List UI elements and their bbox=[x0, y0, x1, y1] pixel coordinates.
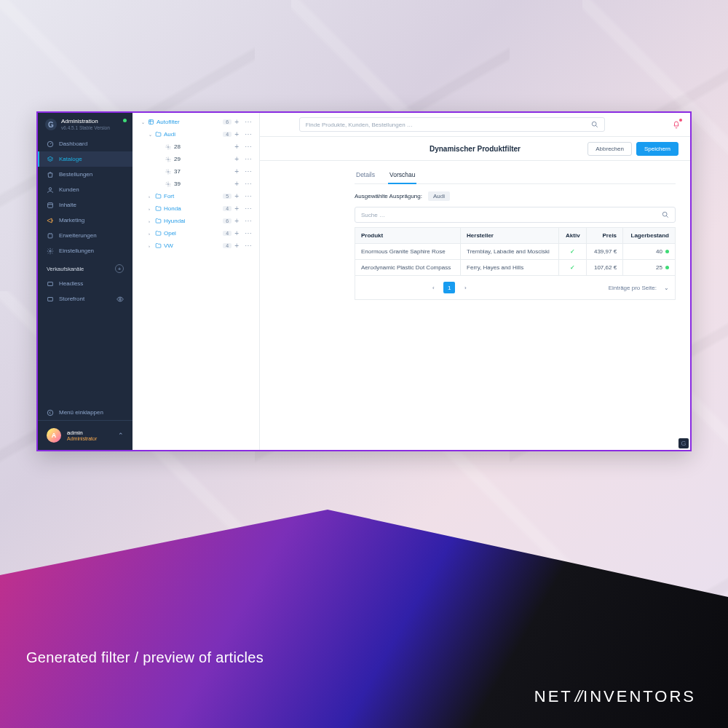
plugin-icon bbox=[47, 232, 54, 240]
tab-details[interactable]: Details bbox=[355, 167, 376, 183]
tree-node[interactable]: 29+⋯ bbox=[132, 153, 259, 165]
sidebar: G Administration v6.4.5.1 Stable Version… bbox=[38, 113, 132, 450]
page-current[interactable]: 1 bbox=[443, 282, 455, 293]
tree-node[interactable]: ›Opel4+⋯ bbox=[132, 227, 259, 240]
tree-node[interactable]: 39+⋯ bbox=[132, 178, 259, 190]
more-options-button[interactable]: ⋯ bbox=[242, 230, 255, 237]
svg-point-11 bbox=[167, 159, 169, 160]
cell-stock: 40 bbox=[623, 244, 676, 260]
collapse-icon bbox=[47, 409, 54, 416]
tree-node[interactable]: ›VW4+⋯ bbox=[132, 240, 259, 252]
tree-node[interactable]: ›Hyundai6+⋯ bbox=[132, 215, 259, 227]
add-child-button[interactable]: + bbox=[232, 143, 242, 151]
collapse-menu-button[interactable]: Menü einklappen bbox=[38, 405, 132, 420]
nav-marketing[interactable]: Marketing bbox=[38, 213, 132, 228]
storefront-icon bbox=[47, 296, 54, 303]
megaphone-icon bbox=[47, 217, 54, 224]
caret-icon: › bbox=[149, 194, 154, 199]
user-menu[interactable]: A admin Administrator ⌃ bbox=[38, 420, 132, 450]
cancel-button[interactable]: Abbrechen bbox=[587, 142, 632, 156]
tree-node-label: Hyundai bbox=[162, 218, 220, 224]
col-manufacturer[interactable]: Hersteller bbox=[461, 228, 559, 244]
notifications-icon[interactable] bbox=[671, 119, 681, 130]
add-channel-button[interactable]: + bbox=[115, 264, 124, 273]
table-row[interactable]: Aerodynamic Plastic Dot CompassFerry, Ha… bbox=[355, 260, 676, 276]
tree-node-label: Fort bbox=[162, 193, 220, 199]
add-child-button[interactable]: + bbox=[232, 181, 242, 188]
pagination: ‹ 1 › Einträge pro Seite: ⌄ bbox=[355, 276, 676, 300]
topbar: Finde Produkte, Kunden, Bestellungen … bbox=[260, 113, 690, 136]
tree-node[interactable]: ⌄Autofilter6+⋯ bbox=[132, 116, 259, 128]
page-next[interactable]: › bbox=[459, 282, 471, 293]
nav-content[interactable]: Inhalte bbox=[38, 197, 132, 213]
add-child-button[interactable]: + bbox=[232, 242, 242, 250]
stock-status-icon bbox=[665, 266, 669, 269]
more-options-button[interactable]: ⋯ bbox=[242, 193, 255, 200]
add-child-button[interactable]: + bbox=[232, 156, 242, 163]
tree-node[interactable]: ›Fort5+⋯ bbox=[132, 190, 259, 202]
eye-icon[interactable] bbox=[116, 296, 124, 303]
svg-rect-3 bbox=[48, 234, 52, 238]
nav-catalogs[interactable]: Kataloge bbox=[38, 151, 132, 167]
add-child-button[interactable]: + bbox=[232, 193, 242, 200]
gear-icon bbox=[47, 248, 54, 255]
tree-node[interactable]: 28+⋯ bbox=[132, 141, 259, 153]
nav-extensions[interactable]: Erweiterungen bbox=[38, 228, 132, 243]
nav-dashboard[interactable]: Dashboard bbox=[38, 136, 132, 151]
table-search-input[interactable]: Suche … bbox=[355, 207, 676, 223]
more-options-button[interactable]: ⋯ bbox=[242, 131, 255, 138]
add-child-button[interactable]: + bbox=[232, 218, 242, 225]
gear-icon bbox=[165, 181, 172, 187]
gear-icon bbox=[165, 157, 172, 162]
add-child-button[interactable]: + bbox=[232, 205, 242, 213]
col-active[interactable]: Aktiv bbox=[559, 228, 587, 244]
more-options-button[interactable]: ⋯ bbox=[242, 242, 255, 250]
gear-icon bbox=[165, 144, 172, 150]
app-version: v6.4.5.1 Stable Version bbox=[61, 125, 110, 130]
col-price[interactable]: Preis bbox=[587, 228, 623, 244]
more-options-button[interactable]: ⋯ bbox=[242, 218, 255, 225]
col-product[interactable]: Produkt bbox=[355, 228, 461, 244]
table-row[interactable]: Enormous Granite Saphire RoseTremblay, L… bbox=[355, 244, 676, 260]
col-stock[interactable]: Lagerbestand bbox=[623, 228, 676, 244]
tree-node[interactable]: 37+⋯ bbox=[132, 165, 259, 178]
add-child-button[interactable]: + bbox=[232, 168, 242, 175]
count-badge: 6 bbox=[223, 119, 232, 124]
nav-orders[interactable]: Bestellungen bbox=[38, 167, 132, 182]
tree-node[interactable]: ⌄Audi4+⋯ bbox=[132, 128, 259, 141]
save-button[interactable]: Speichern bbox=[636, 142, 678, 156]
more-options-button[interactable]: ⋯ bbox=[242, 205, 255, 213]
more-options-button[interactable]: ⋯ bbox=[242, 156, 255, 163]
add-child-button[interactable]: + bbox=[232, 119, 242, 126]
corner-badge-icon: G bbox=[678, 438, 689, 448]
tree-node-label: 28 bbox=[172, 143, 232, 150]
more-options-button[interactable]: ⋯ bbox=[242, 168, 255, 175]
cell-product: Aerodynamic Plastic Dot Compass bbox=[355, 260, 461, 276]
tab-preview[interactable]: Vorschau bbox=[388, 167, 416, 184]
more-options-button[interactable]: ⋯ bbox=[242, 119, 255, 126]
caret-icon: › bbox=[149, 207, 154, 211]
tree-node[interactable]: ›Honda4+⋯ bbox=[132, 202, 259, 215]
global-search-input[interactable]: Finde Produkte, Kunden, Bestellungen … bbox=[299, 117, 605, 132]
check-icon: ✓ bbox=[570, 248, 575, 255]
channel-storefront[interactable]: Storefront bbox=[38, 291, 132, 306]
page-prev[interactable]: ‹ bbox=[427, 282, 439, 293]
more-options-button[interactable]: ⋯ bbox=[242, 181, 255, 188]
add-child-button[interactable]: + bbox=[232, 131, 242, 138]
count-badge: 4 bbox=[223, 243, 232, 248]
svg-point-13 bbox=[167, 183, 169, 185]
nav-customers[interactable]: Kunden bbox=[38, 182, 132, 197]
cell-active: ✓ bbox=[559, 244, 587, 260]
more-options-button[interactable]: ⋯ bbox=[242, 143, 255, 151]
nav-settings[interactable]: Einstellungen bbox=[38, 243, 132, 258]
tabs: Details Vorschau bbox=[355, 167, 676, 184]
svg-point-7 bbox=[119, 298, 122, 300]
selected-variant-row: Ausgewählte Ausprägung: Audi bbox=[355, 191, 676, 201]
tree-node-label: 37 bbox=[172, 168, 232, 175]
per-page-select[interactable]: ⌄ bbox=[664, 285, 669, 291]
folder-icon bbox=[154, 218, 162, 224]
channel-headless[interactable]: Headless bbox=[38, 276, 132, 291]
add-child-button[interactable]: + bbox=[232, 230, 242, 237]
product-table: Produkt Hersteller Aktiv Preis Lagerbest… bbox=[355, 227, 676, 276]
count-badge: 4 bbox=[223, 231, 232, 236]
